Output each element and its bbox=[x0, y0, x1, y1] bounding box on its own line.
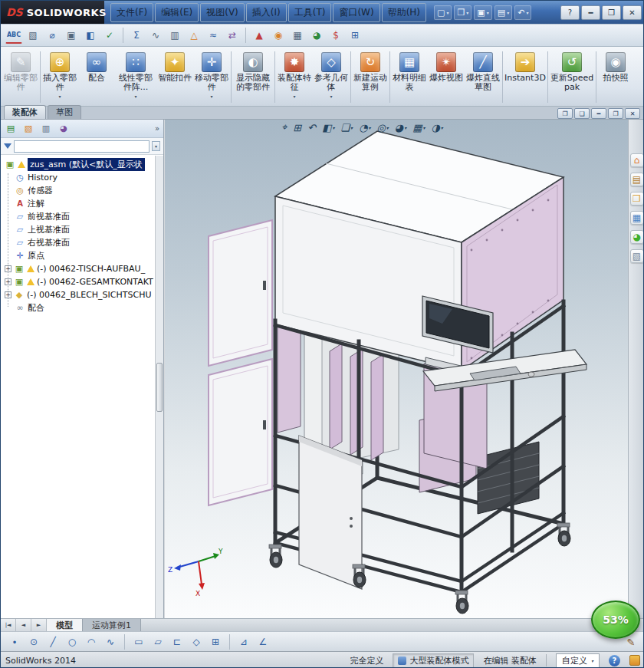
instant3d-button[interactable]: ➔ Instant3D bbox=[504, 48, 547, 106]
tree-item-annotations[interactable]: A 注解 bbox=[2, 197, 163, 210]
bill-of-materials-button[interactable]: ▦ 材料明细表 bbox=[391, 48, 428, 106]
spline-icon[interactable]: ∿ bbox=[103, 634, 118, 650]
propertymanager-tab-icon[interactable]: ▧ bbox=[22, 123, 34, 135]
tree-item-subassembly-tisch[interactable]: + ▣ (-) 00462-TISCH-AUFBAU_ bbox=[2, 262, 163, 275]
tree-item-part-blech[interactable]: + ◆ (-) 00462_BLECH_SICHTSCHU bbox=[2, 288, 163, 301]
slot-icon[interactable]: ⊏ bbox=[169, 634, 185, 650]
menu-insert[interactable]: 插入(I) bbox=[246, 3, 287, 22]
display-style-button[interactable]: ◔▾ bbox=[357, 121, 372, 134]
check-icon[interactable]: ✓ bbox=[101, 27, 118, 44]
zebra-stripes-icon[interactable]: ▥ bbox=[166, 27, 183, 44]
symmetry-check-icon[interactable]: ⇄ bbox=[224, 27, 241, 44]
apply-scene-button[interactable]: ▦▾ bbox=[411, 121, 426, 134]
toolbox-icon[interactable]: ▦ bbox=[289, 27, 306, 44]
tab-assembly[interactable]: 装配体 bbox=[4, 105, 46, 119]
photoview-icon[interactable]: ◕ bbox=[308, 27, 325, 44]
explode-line-sketch-button[interactable]: ╱ 爆炸直线草图 bbox=[465, 48, 501, 106]
resources-home-icon[interactable]: ⌂ bbox=[630, 153, 644, 167]
format-painter-icon[interactable]: ▧ bbox=[25, 27, 41, 44]
mass-properties-icon[interactable]: ▣ bbox=[63, 27, 80, 44]
machine-assembly-model[interactable] bbox=[165, 120, 644, 618]
tab-scroll-first-button[interactable]: |◄ bbox=[1, 619, 16, 631]
point-icon[interactable]: ∙ bbox=[7, 634, 22, 650]
design-library-icon[interactable]: ▤ bbox=[630, 173, 644, 186]
save-button[interactable]: ▣▾ bbox=[474, 5, 491, 20]
undo-button[interactable]: ↶▾ bbox=[514, 5, 531, 20]
window-minimize-icon[interactable]: ━ bbox=[591, 108, 606, 119]
view-orientation-button[interactable]: ❏▾ bbox=[339, 121, 354, 134]
tree-item-right-plane[interactable]: ▱ 右视基准面 bbox=[2, 236, 163, 249]
edit-component-button[interactable]: ✎ 编辑零部件 bbox=[2, 48, 39, 106]
menu-window[interactable]: 窗口(W) bbox=[333, 3, 380, 22]
deviation-analysis-icon[interactable]: ≈ bbox=[205, 27, 222, 44]
update-speedpak-button[interactable]: ↺ 更新Speedpak bbox=[549, 48, 595, 106]
expand-icon[interactable]: + bbox=[5, 265, 12, 272]
zoom-area-button[interactable]: ⊞ bbox=[291, 121, 303, 134]
open-document-button[interactable]: ❒▾ bbox=[454, 5, 472, 20]
window-restore-icon[interactable]: ❐ bbox=[608, 108, 623, 119]
arc-icon[interactable]: ◠ bbox=[84, 634, 99, 650]
left-doors[interactable] bbox=[209, 220, 272, 505]
tree-item-top-plane[interactable]: ▱ 上视基准面 bbox=[2, 223, 163, 236]
chamfer-icon[interactable]: ⊿ bbox=[236, 634, 251, 650]
take-snapshot-button[interactable]: ◉ 拍快照 bbox=[597, 48, 634, 106]
view-settings-button[interactable]: ◑▾ bbox=[430, 121, 445, 134]
window-new-icon[interactable]: ❐ bbox=[557, 108, 573, 119]
linear-component-pattern-button[interactable]: ∷ 线性零部件阵... ▾ bbox=[115, 48, 156, 106]
tree-item-mates[interactable]: ∞ 配合 bbox=[2, 301, 163, 314]
motion-icon[interactable]: ◉ bbox=[270, 27, 287, 44]
centerpoint-circle-icon[interactable]: ⊙ bbox=[26, 634, 41, 650]
window-close-icon[interactable]: ✕ bbox=[625, 108, 640, 119]
hide-show-items-button[interactable]: ◎▾ bbox=[375, 121, 389, 134]
menu-view[interactable]: 视图(V) bbox=[200, 3, 245, 22]
close-button[interactable]: ✕ bbox=[623, 5, 642, 20]
move-component-button[interactable]: ✛ 移动零部件 ▾ bbox=[193, 48, 230, 106]
draft-analysis-icon[interactable]: △ bbox=[186, 27, 202, 44]
custom-view-dropdown[interactable]: 自定义 ▾ bbox=[556, 653, 600, 668]
appearances-icon[interactable]: ◕ bbox=[630, 230, 644, 244]
costing-icon[interactable]: $ bbox=[327, 27, 344, 44]
new-motion-study-button[interactable]: ↻ 新建运动算例 bbox=[352, 48, 389, 106]
tree-item-origin[interactable]: ✛ 原点 bbox=[2, 249, 163, 262]
assembly-features-button[interactable]: ✸ 装配体特征 ▾ bbox=[276, 48, 313, 106]
menu-edit[interactable]: 编辑(E) bbox=[155, 3, 199, 22]
tab-scroll-next-button[interactable]: ► bbox=[31, 619, 47, 631]
menu-help[interactable]: 帮助(H) bbox=[382, 3, 426, 22]
zoom-fit-button[interactable]: ⌖ bbox=[280, 120, 288, 134]
line-icon[interactable]: ╱ bbox=[45, 634, 61, 650]
quick-tips-help-icon[interactable]: ? bbox=[609, 655, 620, 666]
tree-scrollbar[interactable] bbox=[155, 156, 163, 618]
polygon-icon[interactable]: ◇ bbox=[189, 634, 204, 650]
custom-properties-icon[interactable]: ▧ bbox=[630, 249, 644, 263]
smart-fasteners-button[interactable]: ✦ 智能扣件 bbox=[156, 48, 193, 106]
dimension-icon[interactable]: ∠ bbox=[255, 634, 271, 650]
tab-model[interactable]: 模型 bbox=[47, 619, 83, 631]
tab-scroll-prev-button[interactable]: ◄ bbox=[16, 619, 31, 631]
tree-filter-input[interactable] bbox=[14, 140, 150, 153]
panel-overflow-icon[interactable]: » bbox=[155, 124, 159, 133]
scrollbar-thumb[interactable] bbox=[156, 363, 163, 412]
tree-item-subassembly-gesamtkontakt[interactable]: + ▣ (-) 00462-GESAMTKONTAKT bbox=[2, 275, 163, 288]
large-assembly-mode-indicator[interactable]: 大型装配体模式 bbox=[393, 653, 474, 668]
featuremanager-tab-icon[interactable]: ▤ bbox=[5, 123, 17, 135]
equations-icon[interactable]: Σ bbox=[128, 27, 145, 44]
new-document-button[interactable]: ▢▾ bbox=[434, 5, 452, 20]
reference-geometry-button[interactable]: ◇ 参考几何体 ▾ bbox=[313, 48, 350, 106]
pattern-icon[interactable]: ⊞ bbox=[208, 634, 223, 650]
curvature-icon[interactable]: ∿ bbox=[147, 27, 164, 44]
circle-icon[interactable]: ○ bbox=[64, 634, 80, 650]
rectangle-icon[interactable]: ▭ bbox=[131, 634, 146, 650]
tree-item-front-plane[interactable]: ▱ 前视基准面 bbox=[2, 210, 163, 223]
expand-icon[interactable]: + bbox=[5, 278, 12, 285]
tree-item-history[interactable]: ◷ History bbox=[2, 171, 163, 184]
tree-item-sensors[interactable]: ◎ 传感器 bbox=[2, 184, 163, 197]
measure-icon[interactable]: ⌀ bbox=[44, 27, 61, 44]
expand-icon[interactable]: + bbox=[5, 291, 12, 298]
edit-appearance-button[interactable]: ◕▾ bbox=[393, 121, 408, 134]
insert-components-button[interactable]: ⊕ 插入零部件 ▾ bbox=[41, 48, 78, 106]
help-button[interactable]: ? bbox=[560, 5, 580, 20]
view-palette-icon[interactable]: ▦ bbox=[630, 211, 644, 225]
file-explorer-icon[interactable]: ❒ bbox=[630, 192, 644, 206]
chevron-down-icon[interactable]: ▾ bbox=[152, 141, 160, 151]
minimize-button[interactable]: ━ bbox=[581, 5, 600, 20]
